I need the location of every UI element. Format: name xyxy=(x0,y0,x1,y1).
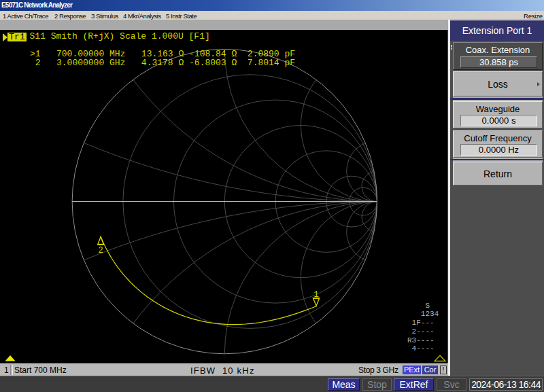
svg-text:1: 1 xyxy=(314,290,319,300)
svg-text:2: 2 xyxy=(99,246,103,255)
